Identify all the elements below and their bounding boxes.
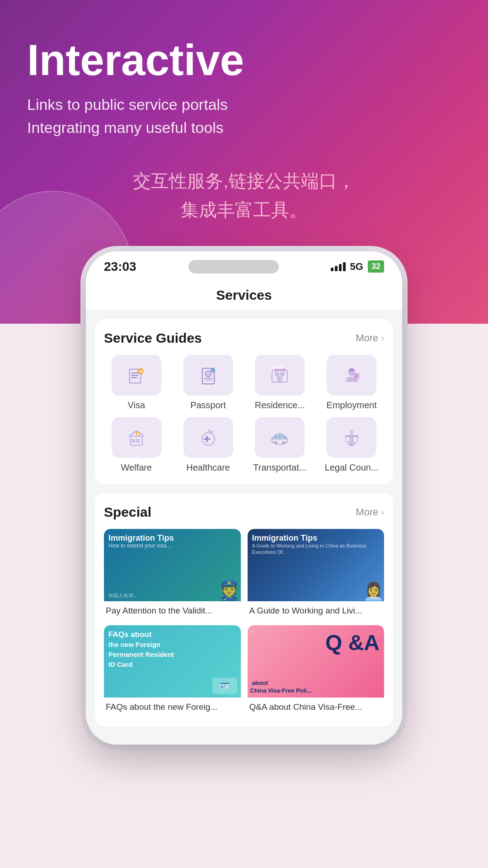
signal-icon: [331, 262, 346, 271]
svg-point-36: [282, 441, 286, 444]
signal-bar-4: [343, 262, 346, 271]
phone-status-icons: 5G 32: [331, 260, 384, 273]
special-thumb-4: + + Q &A about China Visa-Free Poli...: [248, 625, 385, 698]
special-grid: Immigration Tips How to extend your visa…: [104, 529, 384, 715]
svg-rect-26: [131, 439, 135, 443]
transportation-icon: [255, 417, 305, 458]
welfare-label: Welfare: [121, 462, 152, 473]
chevron-right-icon: ›: [381, 333, 384, 343]
service-grid: ✈ Visa: [104, 355, 384, 473]
special-section: Special More › Immigration Tips How to e…: [95, 493, 393, 726]
legal-icon: [327, 417, 376, 458]
special-item-3[interactable]: FAQs aboutthe new ForeignPermanent Resid…: [104, 625, 241, 715]
signal-bar-3: [339, 264, 342, 271]
hero-title: Interactive: [27, 36, 461, 84]
hero-subtitle-line2: Integrating many useful tools: [27, 119, 224, 136]
svg-text:STAY: STAY: [273, 365, 284, 370]
welfare-icon: ★: [112, 417, 161, 458]
hero-chinese: 交互性服务,链接公共端口，集成丰富工具。: [27, 166, 461, 224]
hero-subtitle-line1: Links to public service portals: [27, 96, 228, 113]
special-item-2[interactable]: Immigration Tips A Guide to Working and …: [248, 529, 385, 619]
special-caption-2: A Guide to Working and Livi...: [248, 601, 385, 619]
network-type: 5G: [350, 261, 363, 273]
service-guides-title: Service Guides: [104, 330, 202, 346]
special-thumb-2: Immigration Tips A Guide to Working and …: [248, 529, 385, 601]
special-item-1[interactable]: Immigration Tips How to extend your visa…: [104, 529, 241, 619]
healthcare-label: Healthcare: [186, 462, 230, 473]
chevron-right-icon-2: ›: [381, 507, 384, 517]
service-item-transportation[interactable]: Transportat...: [248, 417, 313, 473]
employment-icon: [327, 355, 376, 396]
svg-rect-37: [350, 430, 353, 445]
svg-rect-21: [349, 368, 354, 371]
special-more-label: More: [356, 506, 378, 518]
service-item-passport[interactable]: Passport: [176, 355, 241, 410]
special-caption-4: Q&A about China Visa-Free...: [248, 698, 385, 715]
service-item-welfare[interactable]: ★ Welfare: [104, 417, 169, 473]
svg-rect-34: [283, 435, 286, 439]
phone-container: 23:03 5G 32 Services Service: [0, 251, 488, 772]
special-more-button[interactable]: More ›: [356, 506, 384, 518]
svg-point-10: [207, 373, 210, 375]
svg-point-35: [274, 441, 277, 444]
visa-icon: ✈: [112, 355, 161, 396]
residence-label: Residence...: [255, 400, 305, 410]
signal-bar-2: [335, 266, 338, 271]
svg-rect-17: [280, 372, 285, 376]
transportation-label: Transportat...: [253, 462, 306, 473]
service-guides-more-button[interactable]: More ›: [356, 332, 384, 344]
special-caption-1: Pay Attention to the Validit...: [104, 601, 241, 619]
employment-label: Employment: [327, 400, 377, 410]
svg-rect-33: [278, 434, 282, 439]
passport-icon: [183, 355, 233, 396]
legal-label: Legal Coun...: [325, 462, 379, 473]
service-item-employment[interactable]: Employment: [319, 355, 384, 410]
residence-icon: STAY: [255, 355, 305, 396]
special-thumb-1: Immigration Tips How to extend your visa…: [104, 529, 241, 601]
phone-mockup: 23:03 5G 32 Services Service: [86, 251, 402, 745]
special-item-4[interactable]: + + Q &A about China Visa-Free Poli... Q…: [248, 625, 385, 715]
special-title: Special: [104, 505, 151, 520]
svg-rect-18: [277, 376, 282, 382]
svg-text:★: ★: [136, 432, 140, 436]
phone-time: 23:03: [104, 259, 136, 274]
service-guides-header: Service Guides More ›: [104, 330, 384, 346]
svg-rect-16: [275, 372, 279, 376]
service-item-healthcare[interactable]: Healthcare: [176, 417, 241, 473]
phone-status-bar: 23:03 5G 32: [86, 251, 402, 278]
service-guides-section: Service Guides More ›: [95, 319, 393, 484]
special-thumb-3: FAQs aboutthe new ForeignPermanent Resid…: [104, 625, 241, 698]
special-header: Special More ›: [104, 505, 384, 520]
svg-point-13: [211, 368, 215, 373]
svg-rect-27: [136, 439, 140, 443]
hero-subtitle: Links to public service portals Integrat…: [27, 93, 461, 139]
app-title: Services: [216, 288, 272, 302]
svg-rect-40: [346, 437, 350, 442]
battery-indicator: 32: [368, 260, 384, 273]
service-item-residence[interactable]: STAY Residence...: [248, 355, 313, 410]
service-item-visa[interactable]: ✈ Visa: [104, 355, 169, 410]
svg-rect-41: [353, 437, 357, 442]
passport-label: Passport: [190, 400, 226, 410]
visa-label: Visa: [128, 400, 145, 410]
svg-rect-32: [275, 435, 277, 439]
service-guides-more-label: More: [356, 332, 378, 344]
phone-content: Service Guides More ›: [86, 310, 402, 745]
healthcare-icon: [183, 417, 233, 458]
signal-bar-1: [331, 268, 333, 271]
phone-notch: [188, 260, 279, 274]
svg-text:✈: ✈: [139, 369, 143, 374]
special-caption-3: FAQs about the new Foreig...: [104, 698, 241, 715]
service-item-legal[interactable]: Legal Coun...: [319, 417, 384, 473]
app-header: Services: [86, 278, 402, 310]
